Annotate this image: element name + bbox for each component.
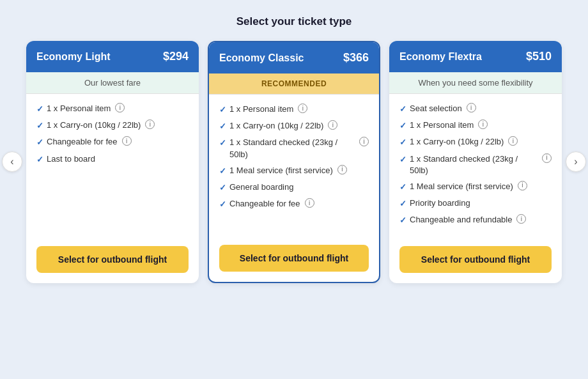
check-icon: ✓: [36, 104, 43, 115]
feature-text: 1 x Personal item: [47, 103, 111, 114]
feature-item: ✓Changeable for feei: [36, 136, 189, 148]
card-footer-economy-light: Select for outbound flight: [26, 236, 199, 283]
info-icon[interactable]: i: [516, 214, 526, 224]
page-title: Select your ticket type: [236, 15, 352, 28]
card-features-economy-classic: ✓1 x Personal itemi✓1 x Carry-on (10kg /…: [209, 95, 379, 235]
check-icon: ✓: [219, 137, 226, 149]
feature-text: 1 x Carry-on (10kg / 22lb): [229, 120, 323, 132]
feature-text: 1 x Personal item: [229, 104, 293, 115]
cards-container: Economy Light $294 Our lowest fare✓1 x P…: [26, 41, 562, 283]
plan-name-economy-flextra: Economy Flextra: [399, 51, 482, 63]
check-icon: ✓: [219, 104, 226, 116]
info-icon[interactable]: i: [359, 137, 369, 146]
plan-price-economy-classic: $366: [343, 51, 369, 65]
feature-item: ✓Last to board: [36, 153, 189, 166]
info-icon[interactable]: i: [298, 104, 307, 113]
check-icon: ✓: [399, 215, 406, 226]
card-subtitle-economy-light: Our lowest fare: [26, 72, 199, 94]
prev-nav-button[interactable]: ‹: [2, 151, 22, 172]
feature-item: ✓1 x Personal itemi: [219, 104, 369, 116]
info-icon[interactable]: i: [467, 103, 476, 112]
info-icon[interactable]: i: [337, 165, 347, 174]
check-icon: ✓: [399, 104, 406, 115]
feature-item: ✓1 x Personal itemi: [36, 103, 189, 115]
info-icon[interactable]: i: [542, 153, 552, 163]
card-subtitle-economy-classic: RECOMMENDED: [209, 73, 379, 95]
feature-text: Seat selection: [410, 103, 462, 114]
plan-name-economy-classic: Economy Classic: [219, 52, 304, 64]
feature-text: 1 x Standard checked (23kg / 50lb): [410, 153, 538, 176]
card-subtitle-economy-flextra: When you need some flexibility: [389, 72, 562, 94]
select-outbound-button-economy-light[interactable]: Select for outbound flight: [36, 246, 189, 273]
check-icon: ✓: [219, 166, 226, 177]
feature-text: 1 x Carry-on (10kg / 22lb): [410, 136, 504, 148]
feature-text: 1 x Standard checked (23kg / 50lb): [229, 137, 355, 160]
feature-text: Last to board: [47, 153, 95, 165]
feature-text: 1 Meal service (first service): [229, 165, 333, 176]
feature-item: ✓1 Meal service (first service)i: [399, 181, 552, 193]
card-features-economy-flextra: ✓Seat selectioni✓1 x Personal itemi✓1 x …: [389, 94, 562, 236]
check-icon: ✓: [399, 198, 406, 210]
feature-text: Changeable for fee: [47, 136, 118, 148]
plan-price-economy-flextra: $510: [526, 50, 552, 63]
info-icon[interactable]: i: [145, 120, 155, 129]
feature-item: ✓1 Meal service (first service)i: [219, 165, 369, 177]
check-icon: ✓: [219, 182, 226, 194]
card-economy-classic: Economy Classic $366 RECOMMENDED✓1 x Per…: [208, 41, 380, 283]
check-icon: ✓: [36, 120, 43, 132]
card-features-economy-light: ✓1 x Personal itemi✓1 x Carry-on (10kg /…: [26, 94, 199, 236]
feature-item: ✓1 x Personal itemi: [399, 120, 552, 132]
card-footer-economy-classic: Select for outbound flight: [209, 235, 379, 282]
feature-item: ✓Changeable and refundablei: [399, 214, 552, 226]
feature-text: Changeable for fee: [229, 198, 300, 210]
plan-name-economy-light: Economy Light: [36, 51, 111, 63]
card-economy-light: Economy Light $294 Our lowest fare✓1 x P…: [26, 41, 199, 283]
info-icon[interactable]: i: [115, 103, 125, 112]
feature-text: Changeable and refundable: [410, 214, 512, 226]
feature-item: ✓Seat selectioni: [399, 103, 552, 115]
select-outbound-button-economy-classic[interactable]: Select for outbound flight: [219, 245, 369, 272]
feature-text: 1 x Carry-on (10kg / 22lb): [47, 120, 141, 131]
feature-text: 1 Meal service (first service): [410, 181, 513, 192]
card-header-economy-light: Economy Light $294: [26, 41, 199, 72]
feature-text: Priority boarding: [410, 197, 470, 209]
card-header-economy-classic: Economy Classic $366: [209, 42, 379, 73]
check-icon: ✓: [36, 154, 43, 166]
check-icon: ✓: [36, 137, 43, 148]
check-icon: ✓: [219, 121, 226, 132]
feature-item: ✓1 x Carry-on (10kg / 22lb)i: [219, 120, 369, 132]
select-outbound-button-economy-flextra[interactable]: Select for outbound flight: [399, 246, 552, 273]
check-icon: ✓: [399, 154, 406, 166]
feature-item: ✓1 x Standard checked (23kg / 50lb)i: [399, 153, 552, 176]
feature-item: ✓Priority boarding: [399, 197, 552, 210]
check-icon: ✓: [399, 120, 406, 132]
cards-wrapper: ‹ Economy Light $294 Our lowest fare✓1 x…: [13, 41, 575, 283]
info-icon[interactable]: i: [122, 136, 132, 146]
check-icon: ✓: [399, 182, 406, 193]
info-icon[interactable]: i: [478, 120, 488, 129]
info-icon[interactable]: i: [518, 181, 527, 190]
info-icon[interactable]: i: [328, 120, 337, 130]
next-nav-button[interactable]: ›: [566, 151, 586, 172]
feature-item: ✓1 x Carry-on (10kg / 22lb)i: [399, 136, 552, 148]
feature-item: ✓1 x Standard checked (23kg / 50lb)i: [219, 137, 369, 160]
plan-price-economy-light: $294: [163, 50, 189, 63]
card-header-economy-flextra: Economy Flextra $510: [389, 41, 562, 72]
feature-text: General boarding: [229, 182, 293, 193]
feature-item: ✓Changeable for feei: [219, 198, 369, 210]
feature-item: ✓1 x Carry-on (10kg / 22lb)i: [36, 120, 189, 132]
feature-text: 1 x Personal item: [410, 120, 474, 131]
info-icon[interactable]: i: [508, 136, 518, 146]
check-icon: ✓: [219, 199, 226, 210]
feature-item: ✓General boarding: [219, 182, 369, 194]
card-economy-flextra: Economy Flextra $510 When you need some …: [389, 41, 562, 283]
info-icon[interactable]: i: [305, 198, 314, 208]
check-icon: ✓: [399, 137, 406, 148]
card-footer-economy-flextra: Select for outbound flight: [389, 236, 562, 283]
